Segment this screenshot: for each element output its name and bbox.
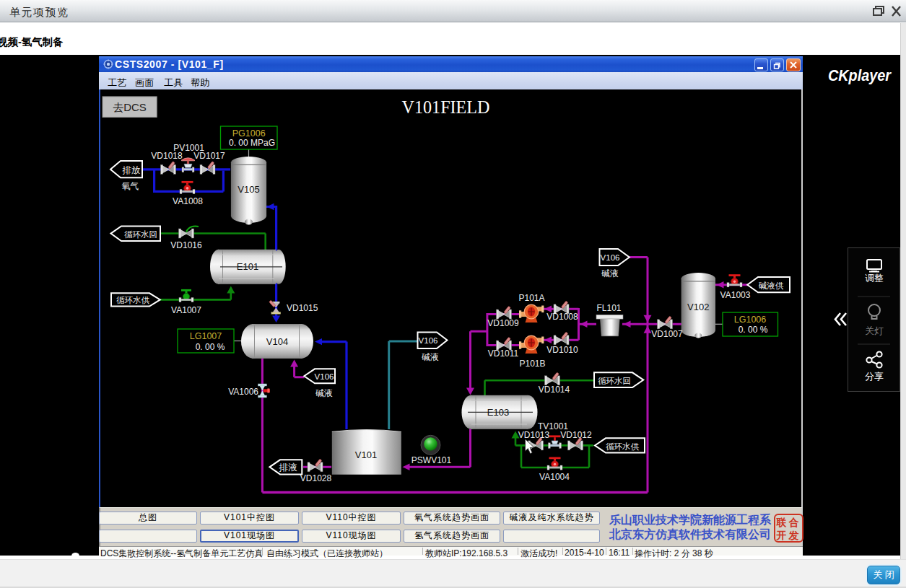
svg-text:PSWV101: PSWV101 (411, 455, 452, 465)
svg-text:0. 00 %: 0. 00 % (196, 342, 225, 352)
svg-text:关灯: 关灯 (865, 325, 884, 336)
svg-text:调整: 调整 (865, 273, 884, 284)
svg-text:V101FIELD: V101FIELD (402, 97, 490, 118)
svg-text:VD1028: VD1028 (300, 473, 332, 483)
svg-text:碱液: 碱液 (601, 268, 619, 278)
svg-text:VD1010: VD1010 (546, 345, 578, 355)
svg-text:VA1004: VA1004 (539, 472, 570, 482)
svg-text:LG1007: LG1007 (190, 331, 222, 341)
svg-text:排液: 排液 (279, 462, 298, 473)
svg-text:0. 00 MPaG: 0. 00 MPaG (229, 138, 275, 148)
svg-text:V104: V104 (266, 336, 288, 347)
svg-text:VD1017: VD1017 (193, 151, 225, 161)
svg-text:循环水回: 循环水回 (598, 377, 631, 385)
svg-text:氧气: 氧气 (122, 181, 139, 191)
svg-text:P101B: P101B (519, 359, 545, 369)
svg-text:VA1003: VA1003 (720, 290, 751, 300)
svg-text:VD1012: VD1012 (560, 430, 592, 440)
svg-text:去DCS: 去DCS (113, 101, 147, 113)
svg-text:VA1008: VA1008 (173, 196, 203, 206)
svg-text:VD1015: VD1015 (287, 303, 318, 313)
svg-text:FL101: FL101 (596, 303, 621, 313)
svg-text:VA1006: VA1006 (228, 387, 258, 397)
svg-text:VD1016: VD1016 (170, 240, 202, 250)
svg-text:排放: 排放 (123, 165, 141, 175)
svg-text:V106: V106 (419, 336, 438, 345)
svg-text:循环水回: 循环水回 (124, 230, 157, 239)
svg-text:VA1007: VA1007 (171, 305, 201, 315)
svg-text:VD1013: VD1013 (518, 430, 550, 440)
svg-text:分享: 分享 (865, 371, 884, 382)
svg-text:V102: V102 (687, 302, 709, 312)
svg-text:V106: V106 (601, 253, 620, 262)
svg-text:V106: V106 (315, 372, 334, 381)
svg-text:VD1009: VD1009 (487, 318, 519, 328)
svg-text:碱液供: 碱液供 (759, 281, 784, 290)
svg-text:PG1006: PG1006 (232, 128, 266, 139)
svg-text:E103: E103 (487, 407, 509, 418)
svg-text:LG1006: LG1006 (734, 315, 767, 325)
svg-text:E101: E101 (237, 261, 258, 272)
svg-text:P101A: P101A (518, 293, 544, 303)
svg-text:VD1007: VD1007 (651, 329, 683, 339)
svg-text:0. 00 %: 0. 00 % (739, 325, 768, 335)
svg-text:碱液: 碱液 (315, 388, 333, 398)
svg-text:循环水供: 循环水供 (116, 296, 150, 304)
svg-text:V105: V105 (238, 184, 259, 195)
svg-text:VD1014: VD1014 (539, 385, 570, 395)
svg-text:循环水供: 循环水供 (606, 442, 640, 451)
svg-text:VD1011: VD1011 (488, 348, 519, 359)
svg-text:V101: V101 (355, 449, 377, 460)
svg-text:VD1008: VD1008 (546, 312, 578, 322)
svg-text:碱液: 碱液 (422, 352, 439, 362)
